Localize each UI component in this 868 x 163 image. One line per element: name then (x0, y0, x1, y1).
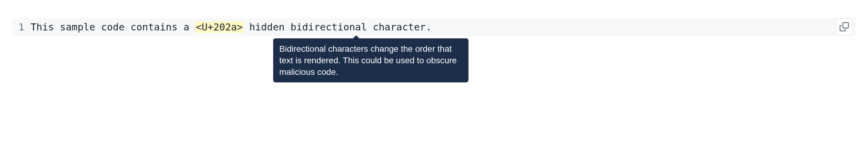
tooltip-container: Bidirectional characters change the orde… (273, 38, 856, 82)
tooltip-text: Bidirectional characters change the orde… (279, 44, 457, 77)
code-block: 1 This sample code contains a <U+202a> h… (12, 18, 856, 36)
copy-icon (840, 22, 849, 32)
line-number: 1 (12, 21, 31, 33)
bidi-char-highlight[interactable]: <U+202a> (195, 21, 243, 33)
code-text-after: hidden bidirectional character. (244, 21, 432, 33)
bidi-warning-tooltip: Bidirectional characters change the orde… (273, 38, 468, 82)
code-text-before: This sample code contains a (31, 21, 195, 33)
copy-button[interactable] (836, 18, 853, 36)
code-line: This sample code contains a <U+202a> hid… (31, 21, 856, 33)
